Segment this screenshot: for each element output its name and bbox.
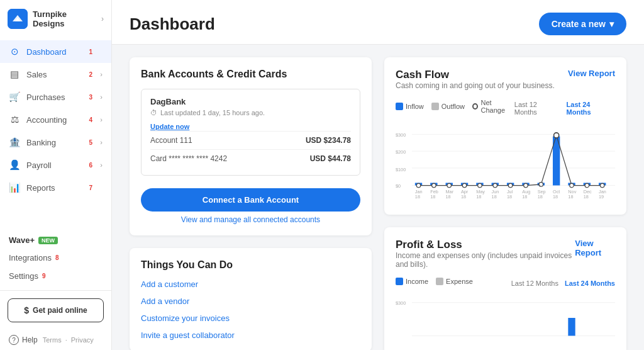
sidebar-item-purchases[interactable]: 🛒 Purchases 3 › bbox=[0, 86, 111, 108]
x-aug18-yr: 18 bbox=[522, 194, 527, 200]
dot-sep18 bbox=[539, 183, 543, 186]
pl-12months[interactable]: Last 12 Months bbox=[511, 279, 558, 287]
pl-title: Profit & Loss bbox=[396, 239, 575, 251]
customize-invoices-link[interactable]: Customize your invoices bbox=[141, 313, 360, 323]
income-dot bbox=[396, 278, 403, 285]
bank-entry-dagbank: DagBank ⏱ Last updated 1 day, 15 hours a… bbox=[141, 89, 360, 176]
sidebar-num-accounting: 4 bbox=[89, 116, 92, 123]
dot-may18 bbox=[478, 183, 482, 187]
accounting-chevron-icon: › bbox=[100, 116, 103, 123]
invite-collaborator-link[interactable]: Invite a guest collaborator bbox=[141, 330, 360, 340]
dot-jan18 bbox=[416, 183, 420, 187]
dot-apr18 bbox=[462, 183, 466, 187]
create-chevron-icon: ▾ bbox=[609, 19, 614, 29]
sidebar-item-dashboard[interactable]: ⊙ Dashboard 1 bbox=[0, 40, 111, 63]
add-vendor-link[interactable]: Add a vendor bbox=[141, 296, 360, 306]
sidebar-label-payroll: Payroll bbox=[26, 161, 94, 170]
accounting-icon: ⚖ bbox=[9, 114, 20, 125]
y-300: $300 bbox=[396, 132, 406, 138]
sidebar-item-accounting[interactable]: ⚖ Accounting 4 › bbox=[0, 108, 111, 131]
dashboard-icon: ⊙ bbox=[9, 46, 20, 57]
add-customer-link[interactable]: Add a customer bbox=[141, 279, 360, 289]
net-change-line bbox=[419, 135, 602, 186]
sidebar-item-settings[interactable]: Settings 9 bbox=[9, 267, 103, 285]
privacy-link[interactable]: Privacy bbox=[71, 336, 94, 344]
sidebar-num-dashboard: 1 bbox=[89, 48, 92, 55]
dot-aug18 bbox=[524, 183, 528, 187]
cashflow-24months[interactable]: Last 24 Months bbox=[567, 101, 615, 116]
sidebar-num-payroll: 6 bbox=[89, 162, 92, 169]
dollar-icon: $ bbox=[24, 305, 29, 315]
clock-icon: ⏱ bbox=[150, 109, 157, 116]
income-label: Income bbox=[406, 278, 428, 285]
outflow-legend: Outflow bbox=[431, 103, 465, 110]
sidebar-bottom: $ Get paid online bbox=[0, 290, 111, 330]
wave-plus-item[interactable]: Wave+ NEW bbox=[9, 232, 103, 249]
account-111-label: Account 111 bbox=[150, 136, 192, 145]
x-feb18-yr: 18 bbox=[430, 194, 435, 200]
terms-link[interactable]: Terms bbox=[43, 336, 62, 344]
account-111-row: Account 111 USD $234.78 bbox=[150, 131, 351, 149]
dot-dec18 bbox=[585, 183, 589, 187]
pl-view-report[interactable]: View Report bbox=[575, 239, 615, 257]
dot-mar18 bbox=[447, 183, 451, 187]
manage-accounts-link[interactable]: View and manage all connected accounts bbox=[141, 215, 360, 224]
income-legend: Income bbox=[396, 278, 428, 285]
sidebar-item-payroll[interactable]: 👤 Payroll 6 › bbox=[0, 154, 111, 176]
inflow-label: Inflow bbox=[406, 103, 424, 110]
banking-chevron-icon: › bbox=[100, 138, 103, 146]
help-button[interactable]: ? Help bbox=[9, 335, 38, 345]
sidebar-label-banking: Banking bbox=[26, 138, 94, 147]
y-200: $200 bbox=[396, 149, 406, 155]
sidebar-item-integrations[interactable]: Integrations 8 bbox=[9, 249, 103, 267]
sidebar-item-banking[interactable]: 🏦 Banking 5 › bbox=[0, 131, 111, 154]
connect-bank-label: Connect a Bank Account bbox=[203, 195, 299, 205]
x-jul18-yr: 18 bbox=[507, 194, 512, 200]
x-jun18-yr: 18 bbox=[492, 194, 497, 200]
new-badge: NEW bbox=[38, 237, 58, 244]
right-column: Cash Flow Cash coming in and going out o… bbox=[384, 57, 626, 350]
sales-icon: ▤ bbox=[9, 69, 20, 80]
get-paid-button[interactable]: $ Get paid online bbox=[8, 298, 104, 322]
get-paid-label: Get paid online bbox=[33, 306, 87, 315]
pl-24months[interactable]: Last 24 Months bbox=[565, 279, 615, 287]
sidebar-item-reports[interactable]: 📊 Reports 7 bbox=[0, 176, 111, 199]
connect-bank-button[interactable]: Connect a Bank Account bbox=[141, 188, 360, 212]
settings-label: Settings bbox=[9, 271, 38, 281]
profit-loss-card: Profit & Loss Income and expenses only (… bbox=[384, 227, 626, 350]
pl-chart: $300 bbox=[396, 293, 615, 343]
sidebar: Turnpike Designs › ⊙ Dashboard 1 ▤ Sales… bbox=[0, 0, 112, 350]
dashboard-grid: Bank Accounts & Credit Cards DagBank ⏱ L… bbox=[112, 45, 644, 350]
x-apr18-yr: 18 bbox=[461, 194, 466, 200]
cashflow-view-report[interactable]: View Report bbox=[568, 69, 615, 78]
pl-subtitle: Income and expenses only (includes unpai… bbox=[396, 251, 575, 269]
brand-icon bbox=[8, 9, 28, 29]
sidebar-nav: ⊙ Dashboard 1 ▤ Sales 2 › 🛒 Purchases 3 … bbox=[0, 38, 111, 227]
dot-jun18 bbox=[493, 183, 497, 187]
dot-jul18 bbox=[508, 183, 512, 187]
create-new-button[interactable]: Create a new ▾ bbox=[539, 13, 626, 35]
sidebar-item-sales[interactable]: ▤ Sales 2 › bbox=[0, 63, 111, 86]
bank-accounts-title: Bank Accounts & Credit Cards bbox=[141, 69, 360, 80]
sidebar-label-sales: Sales bbox=[26, 70, 94, 79]
payroll-chevron-icon: › bbox=[100, 161, 103, 169]
bank-meta: ⏱ Last updated 1 day, 15 hours ago. bbox=[150, 109, 351, 116]
expense-dot bbox=[436, 278, 443, 285]
sidebar-num-sales: 2 bbox=[89, 71, 92, 78]
brand-logo-area[interactable]: Turnpike Designs › bbox=[0, 0, 111, 38]
card-4242-label: Card **** **** **** 4242 bbox=[150, 154, 227, 163]
outflow-label: Outflow bbox=[441, 103, 465, 110]
inflow-legend: Inflow bbox=[396, 103, 424, 110]
create-new-label: Create a new bbox=[552, 19, 606, 29]
last-updated-text: Last updated 1 day, 15 hours ago. bbox=[160, 109, 265, 116]
purchases-icon: 🛒 bbox=[9, 91, 20, 103]
x-sep18-yr: 18 bbox=[538, 194, 543, 200]
update-now-link[interactable]: Update now bbox=[150, 123, 189, 130]
x-may18-yr: 18 bbox=[476, 194, 481, 200]
cashflow-legend: Inflow Outflow Net Change bbox=[396, 99, 514, 114]
purchases-chevron-icon: › bbox=[100, 93, 103, 101]
outflow-dot bbox=[431, 103, 439, 110]
cashflow-subtitle: Cash coming in and going out of your bus… bbox=[396, 81, 555, 90]
pl-legend: Income Expense bbox=[396, 278, 473, 285]
cashflow-12months[interactable]: Last 12 Months bbox=[514, 101, 560, 116]
